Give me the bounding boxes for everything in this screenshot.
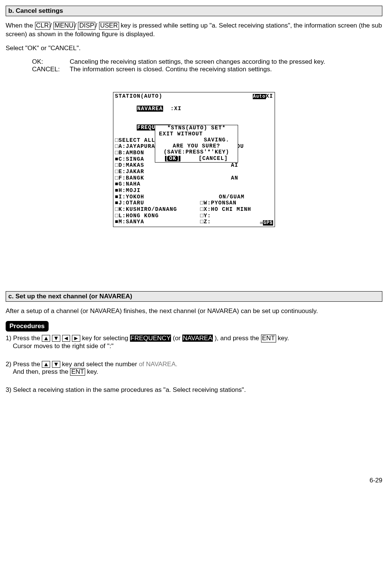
- text: key.: [278, 335, 289, 342]
- station: M:SANYA: [119, 219, 144, 225]
- text: ), and press the: [215, 335, 261, 342]
- left-arrow-key: ◄: [62, 335, 70, 342]
- section-c-intro: After a setup of a channel (or NAVAREA) …: [6, 307, 382, 316]
- navarea-highlight: NAVAREA: [182, 335, 213, 342]
- auto-badge: Auto: [253, 94, 266, 99]
- figure: STATION(AUTO) AutoXI NAVAREA :XI FREQUEN…: [6, 92, 382, 227]
- mark: □: [115, 169, 119, 175]
- top-right: AutoXI: [253, 93, 273, 100]
- station: L:HONG KONG: [119, 213, 159, 219]
- text: (or: [173, 335, 183, 342]
- step-2-cont: And then, press the ENT key.: [13, 368, 382, 376]
- confirm-popup: *STNS(AUTO) SET* EXIT WITHOUT SAVING. AR…: [155, 125, 238, 163]
- cancel-label: CANCEL:: [32, 66, 70, 73]
- station: K:KUSHIRO/DANANG: [119, 206, 177, 212]
- mark: ■: [115, 181, 119, 187]
- definitions: OK: Canceling the receiving station sett…: [32, 58, 382, 73]
- up-arrow-key: ▲: [42, 335, 50, 342]
- right-col: □Y:: [200, 213, 211, 219]
- ent-key: ENT: [261, 335, 276, 342]
- navarea-val: [163, 106, 170, 112]
- mark: ■: [115, 187, 119, 193]
- frequency-highlight: FREQUENCY: [130, 335, 171, 342]
- station: D:MAKAS: [119, 162, 144, 168]
- popup-line1: *STNS(AUTO) SET*: [156, 125, 237, 131]
- navarea-value: :XI: [171, 106, 182, 112]
- right-col: AI: [231, 162, 238, 169]
- text: key and select the number: [62, 361, 139, 368]
- step-2: 2) Press the ▲ ▼ key and select the numb…: [6, 361, 382, 376]
- step-1: 1) Press the ▲ ▼ ◄ ► key for selecting F…: [6, 335, 382, 350]
- select-all-mark: □: [115, 137, 119, 143]
- mark: ■: [115, 200, 119, 206]
- area-code: XI: [266, 93, 273, 99]
- faint-text: of NAVAREA.: [139, 361, 177, 368]
- user-key: USER: [99, 22, 119, 30]
- popup-ok-button[interactable]: [OK]: [165, 156, 180, 162]
- popup-line5: (SAVE:PRESS'*'KEY): [156, 149, 237, 155]
- popup-cancel-button[interactable]: [CANCEL]: [199, 156, 228, 162]
- right-col: □Z:: [200, 219, 211, 225]
- step-3: 3) Select a receiving station in the sam…: [6, 386, 382, 394]
- popup-line2: EXIT WITHOUT: [156, 131, 237, 137]
- right-col: □X:HO CHI MINH: [200, 206, 251, 213]
- text: key.: [87, 368, 98, 375]
- select-all: SELECT ALL: [119, 137, 155, 143]
- ok-label: OK:: [32, 58, 70, 66]
- gps-badge: ✉GPS: [260, 221, 273, 226]
- device-screen: STATION(AUTO) AutoXI NAVAREA :XI FREQUEN…: [113, 92, 275, 227]
- mark: ■: [115, 219, 119, 225]
- popup-line4: ARE YOU SURE?: [156, 143, 237, 149]
- station: H:MOJI: [119, 187, 141, 193]
- right-col: □W:PYONSAN: [200, 200, 237, 206]
- text: And then, press the: [13, 368, 70, 375]
- popup-line3: SAVING.: [156, 137, 237, 143]
- disp-key: DISP: [78, 22, 95, 30]
- section-b-header: b. Cancel settings: [6, 6, 382, 16]
- ok-text: Canceling the receiving station settings…: [70, 58, 382, 66]
- station: E:JAKAR: [119, 169, 144, 175]
- station: J:OTARU: [119, 200, 144, 206]
- right-col: ON/GUAM: [219, 194, 244, 200]
- mark: □: [115, 213, 119, 219]
- right-col: AN: [231, 175, 238, 181]
- procedures-badge: Procedures: [6, 321, 49, 332]
- mark: □: [115, 150, 119, 156]
- station: C:SINGA: [119, 156, 144, 162]
- menu-key: MENU: [53, 22, 75, 30]
- ent-key: ENT: [70, 368, 85, 376]
- mark: □: [115, 162, 119, 168]
- step-1-cont: Cursor moves to the right side of ":": [13, 342, 382, 350]
- text: When the: [6, 22, 35, 29]
- text: 2) Press the: [6, 361, 42, 368]
- station: A:JAYAPURA: [119, 143, 155, 149]
- text: key for selecting: [82, 335, 130, 342]
- screen-title: STATION(AUTO): [115, 93, 162, 100]
- up-arrow-key: ▲: [42, 361, 50, 368]
- station: I:YOKOH: [119, 194, 144, 200]
- mark: ■: [115, 194, 119, 200]
- down-arrow-key: ▼: [52, 335, 60, 342]
- navarea-label: NAVAREA: [137, 106, 163, 112]
- section-b-intro: When the CLR/ MENU/ DISP/ USER key is pr…: [6, 21, 382, 39]
- mark: □: [115, 175, 119, 181]
- mark: □: [115, 206, 119, 212]
- section-c-header: c. Set up the next channel (or NAVAREA): [6, 291, 382, 302]
- down-arrow-key: ▼: [52, 361, 60, 368]
- cancel-text: The information screen is closed. Contin…: [70, 66, 382, 73]
- station: G:NAHA: [119, 181, 141, 187]
- clr-key: CLR: [35, 22, 50, 30]
- mark: ■: [115, 156, 119, 162]
- station: B:AMBON: [119, 150, 144, 156]
- right-arrow-key: ►: [72, 335, 80, 342]
- select-line: Select "OK" or "CANCEL".: [6, 44, 382, 53]
- mark: □: [115, 143, 119, 149]
- station: F:BANGK: [119, 175, 144, 181]
- page-number: 6-29: [6, 477, 382, 484]
- text: 1) Press the: [6, 335, 42, 342]
